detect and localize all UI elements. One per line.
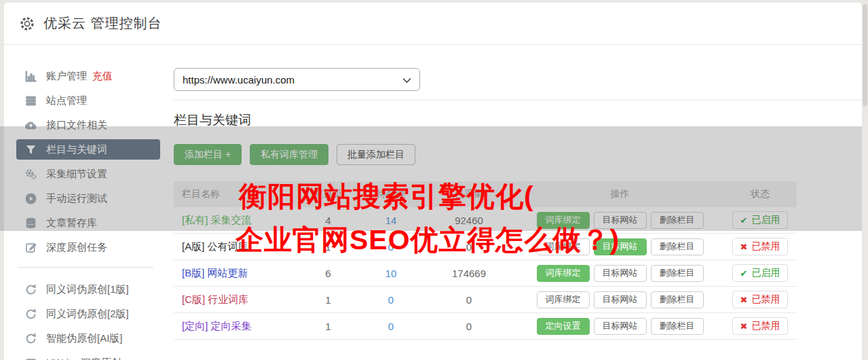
row-pending-link[interactable]: 0 (360, 294, 421, 306)
check-icon: ✔ (740, 268, 748, 278)
sidebar-item-label: UWriter深度原创 (46, 357, 121, 360)
row-name-link[interactable]: [C版] 行业词库 (174, 293, 296, 306)
server-icon (24, 94, 37, 107)
edit-icon (24, 357, 37, 360)
status-badge-disabled[interactable]: ✖ 已禁用 (732, 238, 789, 255)
sidebar-item-label: 同义词伪原创[1版] (46, 283, 129, 296)
row-status: ✔ 已启用 (723, 264, 797, 282)
scrollbar-track[interactable] (862, 0, 868, 360)
cross-icon: ✖ (740, 242, 748, 252)
edit-icon (24, 241, 37, 253)
page-title: 栏目与关键词 (174, 111, 862, 129)
table-header-row: 栏目名称 栏目页 待处理 已采集 操作 状态 (174, 181, 797, 207)
row-pages-count: 6 (296, 268, 360, 279)
thesaurus-bind-button[interactable]: 词库绑定 (537, 212, 590, 229)
sidebar-item-synonym-v1[interactable]: 同义词伪原创[1版] (16, 279, 160, 300)
sidebar-item-label: 文章暂存库 (46, 217, 97, 230)
sidebar-item-label: 同义词伪原创[2版] (46, 308, 129, 321)
divider (174, 100, 862, 101)
add-column-button[interactable]: 添加栏目 + (174, 144, 242, 165)
refresh-icon (24, 308, 37, 320)
sidebar-item-manual-test[interactable]: 手动运行测试 (16, 188, 160, 209)
delete-column-button[interactable]: 删除栏目 (651, 212, 704, 229)
row-status: ✖ 已禁用 (723, 291, 797, 308)
sidebar-item-columns-keywords[interactable]: 栏目与关键词 (16, 139, 160, 160)
batch-add-button[interactable]: 批量添加栏目 (337, 144, 415, 165)
table-row: [定向] 定向采集 1 0 0 定向设置 目标网站 删除栏目 ✖ 已禁用 (174, 313, 797, 340)
row-collected-count: 92460 (421, 215, 516, 226)
cross-icon: ✖ (740, 295, 748, 305)
sidebar-item-synonym-v2[interactable]: 同义词伪原创[2版] (16, 304, 160, 324)
row-status: ✖ 已禁用 (723, 317, 797, 335)
row-actions: 词库绑定 目标网站 删除栏目 (516, 265, 723, 282)
row-collected-count: 0 (421, 294, 516, 306)
scrollbar-thumb[interactable] (863, 4, 867, 106)
delete-column-button[interactable]: 删除栏目 (651, 318, 704, 335)
target-site-button[interactable]: 目标网站 (594, 265, 647, 282)
refresh-icon (24, 332, 37, 344)
row-actions: 词库绑定 目标网站 删除栏目 (516, 291, 723, 308)
sidebar-item-label: 智能伪原创[AI版] (46, 332, 123, 345)
delete-column-button[interactable]: 删除栏目 (651, 238, 704, 255)
gear-icon (19, 16, 35, 32)
sidebar-item-ai-original[interactable]: 智能伪原创[AI版] (16, 328, 160, 348)
header-actions: 操作 (516, 188, 723, 200)
check-icon: ✔ (740, 215, 748, 226)
thesaurus-bind-button[interactable]: 词库绑定 (537, 265, 590, 282)
row-collected-count: 0 (421, 241, 516, 253)
row-name-link[interactable]: [定向] 定向采集 (174, 320, 296, 333)
header-collected: 已采集 (421, 188, 516, 200)
main-content: https://www.ucaiyun.com 栏目与关键词 添加栏目 + 私有… (174, 68, 862, 340)
target-site-button[interactable]: 目标网站 (594, 291, 647, 308)
row-status: ✔ 已启用 (723, 211, 797, 229)
row-actions: 词库绑定 目标网站 删除栏目 (516, 212, 723, 229)
header-column-name: 栏目名称 (174, 188, 296, 200)
sidebar-divider (18, 267, 153, 268)
row-pending-link[interactable]: 10 (360, 268, 421, 279)
sidebar-item-label: 深度原创任务 (46, 241, 107, 254)
private-thesaurus-button[interactable]: 私有词库管理 (250, 144, 328, 165)
sidebar-item-label: 手动运行测试 (46, 192, 107, 205)
recharge-link[interactable]: 充值 (92, 70, 113, 83)
target-site-button[interactable]: 目标网站 (594, 238, 647, 255)
top-header: 优采云 管理控制台 (4, 3, 862, 45)
thesaurus-bind-button[interactable]: 词库绑定 (537, 291, 590, 308)
chevron-down-icon (402, 74, 411, 86)
sidebar-item-account[interactable]: 账户管理 充值 (16, 66, 160, 86)
cloud-upload-icon (24, 119, 37, 131)
directional-settings-button[interactable]: 定向设置 (537, 318, 590, 335)
play-icon (24, 192, 37, 204)
table-row: [C版] 行业词库 1 0 0 词库绑定 目标网站 删除栏目 ✖ 已禁用 (174, 287, 797, 313)
sidebar-item-sites[interactable]: 站点管理 (16, 90, 160, 111)
sidebar-item-label: 栏目与关键词 (46, 143, 107, 156)
status-badge-enabled[interactable]: ✔ 已启用 (732, 264, 789, 282)
header-column-pages: 栏目页 (296, 188, 360, 200)
delete-column-button[interactable]: 删除栏目 (651, 265, 704, 282)
thesaurus-bind-button[interactable]: 词库绑定 (537, 238, 590, 255)
row-name-link[interactable]: [A版] 公有词库 (174, 240, 296, 253)
row-actions: 词库绑定 目标网站 删除栏目 (516, 238, 723, 255)
row-actions: 定向设置 目标网站 删除栏目 (516, 318, 723, 335)
status-badge-disabled[interactable]: ✖ 已禁用 (732, 317, 789, 335)
row-name-link[interactable]: [B版] 网站更新 (174, 267, 296, 280)
sidebar-item-deep-original[interactable]: 深度原创任务 (16, 237, 160, 257)
sidebar-item-collection-settings[interactable]: 采集细节设置 (16, 164, 160, 184)
sidebar-item-uwriter[interactable]: UWriter深度原创 (16, 353, 160, 360)
sidebar: 账户管理 充值 站点管理 接口文件相关 栏目与关键词 采集细节设置 手动运行测试… (16, 66, 160, 360)
sidebar-item-article-cache[interactable]: 文章暂存库 (16, 213, 160, 233)
row-pending-link[interactable]: 14 (360, 215, 421, 226)
gears-icon (24, 168, 37, 180)
refresh-icon (24, 283, 37, 295)
row-pending-link[interactable]: 0 (360, 321, 421, 332)
target-site-button[interactable]: 目标网站 (594, 212, 647, 229)
target-site-button[interactable]: 目标网站 (594, 318, 647, 335)
row-name-link[interactable]: [私有] 采集交流 (174, 214, 296, 227)
sidebar-item-interface-files[interactable]: 接口文件相关 (16, 115, 160, 135)
delete-column-button[interactable]: 删除栏目 (651, 291, 704, 308)
status-badge-enabled[interactable]: ✔ 已启用 (732, 211, 789, 229)
toolbar: 添加栏目 + 私有词库管理 批量添加栏目 (174, 144, 862, 165)
status-badge-disabled[interactable]: ✖ 已禁用 (732, 291, 789, 308)
site-select[interactable]: https://www.ucaiyun.com (174, 68, 420, 91)
row-pending-link[interactable]: 0 (360, 241, 421, 253)
columns-table: 栏目名称 栏目页 待处理 已采集 操作 状态 [私有] 采集交流 4 14 92… (174, 181, 797, 340)
